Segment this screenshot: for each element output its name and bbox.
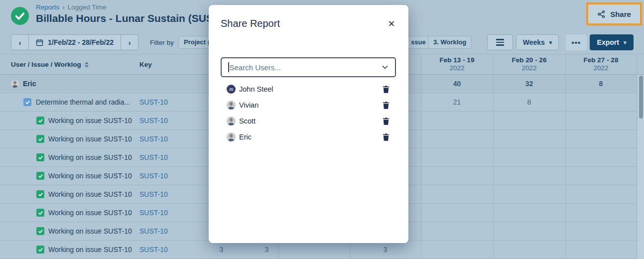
hours-cell[interactable]: 3 <box>234 241 278 259</box>
modal-title: Share Report <box>221 18 280 29</box>
chevron-left-icon: ‹ <box>19 38 21 47</box>
date-range-label: 1/Feb/22 - 28/Feb/22 <box>48 38 114 46</box>
worklog-check-icon <box>36 190 44 198</box>
row-label: Working on issue SUST-10 <box>48 185 132 204</box>
close-icon[interactable]: ✕ <box>386 18 397 30</box>
week-range: Feb 27 - 28 <box>565 56 637 64</box>
trash-icon[interactable] <box>382 133 390 141</box>
breadcrumb-separator: › <box>62 3 65 11</box>
grid-line <box>493 54 494 259</box>
export-button[interactable]: Export ▾ <box>590 34 634 50</box>
date-range-button[interactable]: 1/Feb/22 - 28/Feb/22 <box>28 34 121 50</box>
issue-key-link[interactable]: SUST-10 <box>139 148 168 167</box>
chevron-right-icon: › <box>129 38 131 47</box>
previous-period-button[interactable]: ‹ <box>11 34 29 50</box>
issue-key-link[interactable]: SUST-10 <box>139 204 168 222</box>
worklog-check-icon <box>36 153 44 161</box>
column-header-week: Feb 27 - 282022 <box>565 56 637 72</box>
date-range-control: ‹ 1/Feb/22 - 28/Feb/22 › <box>11 34 138 50</box>
breadcrumb-current: Logged Time <box>68 3 107 11</box>
breadcrumb: Reports › Logged Time <box>36 3 107 11</box>
more-options-button[interactable]: ••• <box>566 34 587 50</box>
calendar-icon <box>36 39 43 46</box>
row-label: Working on issue SUST-10 <box>48 148 132 167</box>
hours-cell[interactable]: 8 <box>493 93 565 112</box>
chevron-down-icon: ▾ <box>624 39 627 46</box>
week-year: 2022 <box>493 64 565 72</box>
row-label: Working on issue SUST-10 <box>48 241 132 259</box>
table-row-worklog[interactable]: Working on issue SUST-10SUST-10333 <box>0 241 644 259</box>
hours-cell[interactable]: 3 <box>209 241 234 259</box>
group-chip-issue[interactable]: ssue <box>405 36 431 49</box>
sort-arrows-icon <box>85 62 89 68</box>
trash-icon[interactable] <box>382 101 390 109</box>
trash-icon[interactable] <box>382 85 390 93</box>
issue-key-link[interactable]: SUST-10 <box>139 93 168 112</box>
page-title: Billable Hours - Lunar Sustain (SUST <box>36 12 220 24</box>
user-photo-avatar <box>227 101 236 110</box>
week-range: Feb 20 - 26 <box>493 56 565 64</box>
shared-user-row: Vivian <box>209 97 408 113</box>
issue-key-link[interactable]: SUST-10 <box>139 130 168 148</box>
chevron-down-icon[interactable] <box>382 64 388 71</box>
scrollbar-thumb[interactable] <box>639 76 643 119</box>
shared-user-row: Scott <box>209 113 408 129</box>
worklog-check-icon <box>36 172 44 180</box>
worklog-check-icon <box>36 135 44 143</box>
column-header-label: User / Issue / Worklog <box>11 61 81 68</box>
share-button-label: Share <box>610 10 631 18</box>
group-by-menu-button[interactable] <box>487 34 513 50</box>
week-range: Feb 13 - 19 <box>421 56 493 64</box>
user-name: Vivian <box>239 101 258 109</box>
row-label: Working on issue SUST-10 <box>48 204 132 222</box>
share-button[interactable]: Share <box>588 4 640 23</box>
issue-key-link[interactable]: SUST-10 <box>139 241 168 259</box>
user-name: Scott <box>239 117 256 125</box>
issue-key-link[interactable]: SUST-10 <box>139 167 168 185</box>
period-granularity-dropdown[interactable]: Weeks ▾ <box>516 34 559 50</box>
week-year: 2022 <box>565 64 637 72</box>
row-label: Working on issue SUST-10 <box>48 112 132 130</box>
column-header-key: Key <box>139 61 152 68</box>
worklog-check-icon <box>36 117 44 125</box>
next-period-button[interactable]: › <box>121 34 138 50</box>
text-cursor <box>228 62 229 72</box>
worklog-check-icon <box>36 246 44 254</box>
share-report-modal: Share Report ✕ Search Users... JSJohn St… <box>209 5 408 243</box>
hours-cell[interactable]: 40 <box>421 75 493 93</box>
worklog-check-icon <box>36 227 44 235</box>
ellipsis-icon: ••• <box>572 38 581 47</box>
column-header-user-issue-worklog[interactable]: User / Issue / Worklog <box>11 61 89 68</box>
breadcrumb-reports-link[interactable]: Reports <box>36 3 59 11</box>
share-button-highlight: Share <box>586 2 642 25</box>
issue-key-link[interactable]: SUST-10 <box>139 112 168 130</box>
user-initials-avatar: JS <box>227 85 236 94</box>
shared-user-row: Eric <box>209 129 408 145</box>
column-header-week: Feb 13 - 192022 <box>421 56 493 72</box>
search-users-placeholder: Search Users... <box>230 63 382 72</box>
user-photo-avatar <box>227 117 236 126</box>
grid-line <box>421 54 421 259</box>
worklog-check-icon <box>36 209 44 217</box>
hours-cell[interactable]: 8 <box>565 75 637 93</box>
row-label: Working on issue SUST-10 <box>48 130 132 148</box>
group-chip-worklog[interactable]: 3. Worklog <box>428 36 472 49</box>
period-granularity-value: Weeks <box>523 38 545 46</box>
chevron-down-icon: ▾ <box>549 39 552 46</box>
row-label: Eric <box>23 75 36 93</box>
user-name: John Steel <box>239 85 273 93</box>
report-logo-check-circle-icon <box>11 7 29 25</box>
trash-icon[interactable] <box>382 117 390 125</box>
issue-key-link[interactable]: SUST-10 <box>139 222 168 241</box>
grid-line <box>565 54 566 259</box>
hamburger-menu-icon <box>496 39 504 45</box>
issue-key-link[interactable]: SUST-10 <box>139 185 168 204</box>
search-users-input[interactable]: Search Users... <box>221 57 396 77</box>
hours-cell[interactable]: 3 <box>350 241 421 259</box>
filter-by-label: Filter by <box>150 39 174 46</box>
hours-cell[interactable]: 21 <box>421 93 493 112</box>
week-year: 2022 <box>421 64 493 72</box>
row-label: Determine thermal and radia... <box>36 93 130 112</box>
user-photo-avatar <box>227 132 236 141</box>
hours-cell[interactable]: 32 <box>493 75 565 93</box>
